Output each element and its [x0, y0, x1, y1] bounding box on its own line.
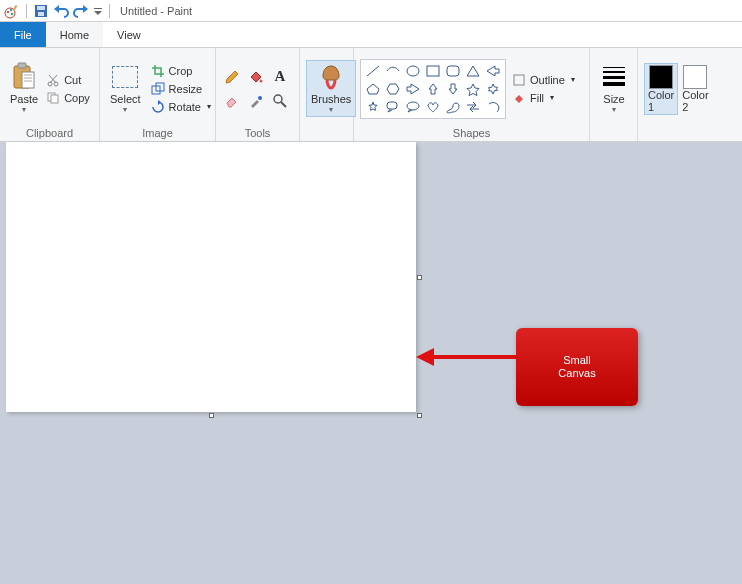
- svg-point-1: [7, 10, 9, 12]
- color-1-swatch: [649, 65, 673, 89]
- divider: [109, 4, 110, 18]
- select-button[interactable]: Select ▾: [106, 61, 145, 116]
- paste-button[interactable]: Paste ▾: [6, 61, 42, 116]
- group-label: Shapes: [360, 125, 583, 139]
- resize-handle-corner[interactable]: [417, 413, 422, 418]
- svg-point-24: [258, 96, 262, 100]
- tab-view[interactable]: View: [103, 22, 155, 47]
- chevron-down-icon: ▾: [612, 105, 616, 114]
- rotate-icon: [151, 100, 165, 114]
- tab-file[interactable]: File: [0, 22, 46, 47]
- brush-icon: [317, 63, 345, 91]
- copy-button[interactable]: Copy: [46, 91, 90, 105]
- svg-rect-31: [387, 102, 397, 109]
- group-brushes: Brushes ▾: [300, 48, 354, 141]
- group-label: Clipboard: [6, 125, 93, 139]
- app-icon: [4, 3, 20, 19]
- copy-icon: [46, 91, 60, 105]
- annotation-arrow: [416, 342, 520, 372]
- magnifier-tool[interactable]: [270, 91, 290, 111]
- size-button[interactable]: Size ▾: [596, 61, 632, 116]
- group-colors: Color 1 Color 2: [638, 48, 728, 141]
- svg-rect-20: [51, 95, 58, 103]
- annotation-callout: Small Canvas: [516, 328, 638, 406]
- fill-tool[interactable]: [246, 67, 266, 87]
- svg-rect-33: [514, 75, 524, 85]
- tab-home[interactable]: Home: [46, 22, 103, 47]
- workspace: Small Canvas: [0, 142, 742, 584]
- canvas[interactable]: [6, 142, 416, 412]
- group-image: Select ▾ Crop Resize Rotate▾ Image: [100, 48, 216, 141]
- select-icon: [112, 66, 138, 88]
- svg-line-26: [281, 102, 286, 107]
- svg-rect-8: [94, 8, 102, 9]
- rotate-button[interactable]: Rotate▾: [151, 100, 211, 114]
- shapes-gallery[interactable]: [360, 59, 506, 119]
- group-label: [306, 125, 347, 139]
- title-bar: Untitled - Paint: [0, 0, 742, 22]
- svg-line-27: [367, 66, 379, 76]
- ribbon: Paste ▾ Cut Copy Clipboard Select ▾: [0, 48, 742, 142]
- svg-rect-7: [38, 12, 44, 16]
- crop-button[interactable]: Crop: [151, 64, 211, 78]
- window-title: Untitled - Paint: [120, 5, 192, 17]
- crop-icon: [151, 64, 165, 78]
- resize-button[interactable]: Resize: [151, 82, 211, 96]
- group-clipboard: Paste ▾ Cut Copy Clipboard: [0, 48, 100, 141]
- undo-icon[interactable]: [53, 3, 69, 19]
- svg-rect-30: [447, 66, 459, 76]
- group-label: Tools: [222, 125, 293, 139]
- color-picker-tool[interactable]: [246, 91, 266, 111]
- svg-point-2: [10, 8, 12, 10]
- pencil-tool[interactable]: [222, 67, 242, 87]
- paste-icon: [10, 63, 38, 91]
- group-label: [596, 125, 631, 139]
- svg-rect-29: [427, 66, 439, 76]
- shape-fill-button[interactable]: Fill▾: [512, 91, 575, 105]
- chevron-down-icon: ▾: [123, 105, 127, 114]
- chevron-down-icon: ▾: [329, 105, 333, 114]
- group-tools: A Tools: [216, 48, 300, 141]
- color-1-button[interactable]: Color 1: [644, 63, 678, 115]
- color-2-swatch: [683, 65, 707, 89]
- qat-dropdown-icon[interactable]: [93, 3, 103, 19]
- shape-outline-button[interactable]: Outline▾: [512, 73, 575, 87]
- svg-rect-4: [13, 4, 18, 10]
- svg-rect-6: [37, 6, 45, 10]
- size-icon: [600, 63, 628, 91]
- text-tool[interactable]: A: [270, 67, 290, 87]
- divider: [26, 4, 27, 18]
- svg-point-23: [260, 79, 263, 82]
- color-2-button[interactable]: Color 2: [678, 63, 712, 115]
- chevron-down-icon: ▾: [22, 105, 26, 114]
- group-size: Size ▾: [590, 48, 638, 141]
- svg-point-28: [407, 66, 419, 76]
- outline-icon: [512, 73, 526, 87]
- svg-point-25: [274, 95, 282, 103]
- eraser-tool[interactable]: [222, 91, 242, 111]
- group-label: Image: [106, 125, 209, 139]
- brushes-button[interactable]: Brushes ▾: [306, 60, 356, 117]
- svg-point-32: [407, 102, 419, 110]
- svg-rect-11: [22, 72, 34, 88]
- redo-icon[interactable]: [73, 3, 89, 19]
- menu-tabs: File Home View: [0, 22, 742, 48]
- resize-icon: [151, 82, 165, 96]
- svg-point-3: [11, 12, 13, 14]
- group-label: [644, 125, 722, 139]
- svg-rect-10: [18, 63, 26, 68]
- fill-icon: [512, 91, 526, 105]
- resize-handle-right[interactable]: [417, 275, 422, 280]
- cut-button[interactable]: Cut: [46, 73, 90, 87]
- group-shapes: Outline▾ Fill▾ Shapes: [354, 48, 590, 141]
- save-icon[interactable]: [33, 3, 49, 19]
- resize-handle-bottom[interactable]: [209, 413, 214, 418]
- cut-icon: [46, 73, 60, 87]
